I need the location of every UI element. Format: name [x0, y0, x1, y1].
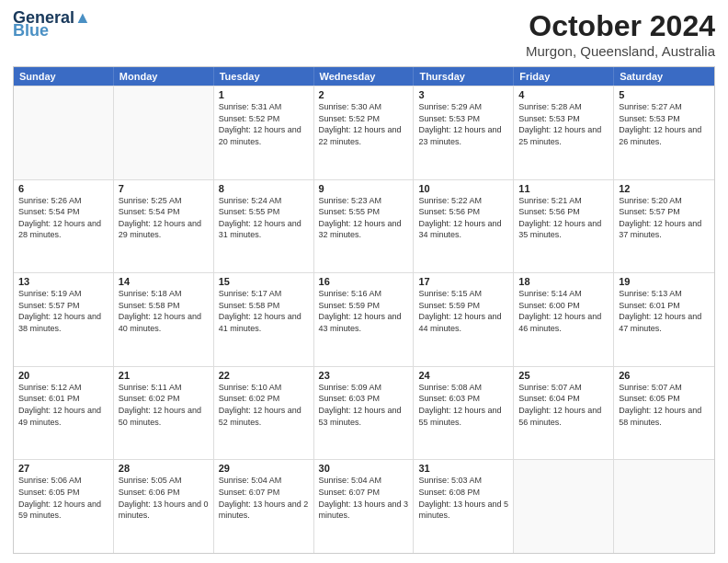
- day-number: 23: [319, 370, 409, 381]
- day-number: 4: [518, 89, 609, 100]
- calendar-header-cell: Saturday: [614, 67, 714, 86]
- calendar-cell: 28Sunrise: 5:05 AM Sunset: 6:06 PM Dayli…: [114, 460, 214, 553]
- calendar-cell: 20Sunrise: 5:12 AM Sunset: 6:01 PM Dayli…: [14, 367, 114, 460]
- title-area: October 2024 Murgon, Queensland, Austral…: [526, 9, 715, 59]
- day-info: Sunrise: 5:10 AM Sunset: 6:02 PM Dayligh…: [219, 382, 309, 428]
- calendar-cell: 2Sunrise: 5:30 AM Sunset: 5:52 PM Daylig…: [314, 86, 415, 179]
- day-info: Sunrise: 5:13 AM Sunset: 6:01 PM Dayligh…: [619, 288, 710, 334]
- day-number: 3: [418, 89, 508, 100]
- day-number: 17: [418, 276, 508, 287]
- calendar-cell: 5Sunrise: 5:27 AM Sunset: 5:53 PM Daylig…: [614, 86, 714, 179]
- day-number: 13: [18, 276, 108, 287]
- calendar-cell: 31Sunrise: 5:03 AM Sunset: 6:08 PM Dayli…: [414, 460, 514, 553]
- calendar-cell: 16Sunrise: 5:16 AM Sunset: 5:59 PM Dayli…: [314, 273, 415, 366]
- main-title: October 2024: [526, 9, 715, 43]
- calendar-cell: [114, 86, 214, 179]
- calendar-row: 13Sunrise: 5:19 AM Sunset: 5:57 PM Dayli…: [14, 272, 714, 366]
- day-info: Sunrise: 5:20 AM Sunset: 5:57 PM Dayligh…: [619, 195, 710, 241]
- calendar-cell: 13Sunrise: 5:19 AM Sunset: 5:57 PM Dayli…: [14, 273, 114, 366]
- day-number: 20: [18, 370, 108, 381]
- day-info: Sunrise: 5:15 AM Sunset: 5:59 PM Dayligh…: [418, 288, 508, 334]
- calendar-header-cell: Monday: [114, 67, 214, 86]
- day-info: Sunrise: 5:16 AM Sunset: 5:59 PM Dayligh…: [319, 288, 409, 334]
- day-info: Sunrise: 5:04 AM Sunset: 6:07 PM Dayligh…: [219, 475, 309, 521]
- calendar-cell: 21Sunrise: 5:11 AM Sunset: 6:02 PM Dayli…: [114, 367, 214, 460]
- calendar-cell: 15Sunrise: 5:17 AM Sunset: 5:58 PM Dayli…: [214, 273, 314, 366]
- day-info: Sunrise: 5:07 AM Sunset: 6:04 PM Dayligh…: [518, 382, 609, 428]
- logo: General▲ Blue: [13, 9, 91, 39]
- page: General▲ Blue October 2024 Murgon, Queen…: [0, 0, 728, 563]
- day-info: Sunrise: 5:12 AM Sunset: 6:01 PM Dayligh…: [18, 382, 108, 428]
- day-number: 11: [518, 183, 609, 194]
- day-number: 28: [119, 463, 209, 474]
- calendar-cell: 1Sunrise: 5:31 AM Sunset: 5:52 PM Daylig…: [214, 86, 314, 179]
- calendar-body: 1Sunrise: 5:31 AM Sunset: 5:52 PM Daylig…: [14, 86, 714, 553]
- day-info: Sunrise: 5:18 AM Sunset: 5:58 PM Dayligh…: [119, 288, 209, 334]
- day-number: 1: [219, 89, 309, 100]
- day-info: Sunrise: 5:26 AM Sunset: 5:54 PM Dayligh…: [18, 195, 108, 241]
- day-info: Sunrise: 5:11 AM Sunset: 6:02 PM Dayligh…: [119, 382, 209, 428]
- day-info: Sunrise: 5:28 AM Sunset: 5:53 PM Dayligh…: [518, 101, 609, 147]
- day-info: Sunrise: 5:14 AM Sunset: 6:00 PM Dayligh…: [518, 288, 609, 334]
- calendar-cell: 23Sunrise: 5:09 AM Sunset: 6:03 PM Dayli…: [314, 367, 415, 460]
- calendar-row: 27Sunrise: 5:06 AM Sunset: 6:05 PM Dayli…: [14, 459, 714, 553]
- day-number: 14: [119, 276, 209, 287]
- calendar: SundayMondayTuesdayWednesdayThursdayFrid…: [13, 66, 715, 554]
- day-number: 2: [319, 89, 409, 100]
- calendar-cell: [514, 460, 614, 553]
- day-number: 22: [219, 370, 309, 381]
- calendar-header-cell: Friday: [514, 67, 614, 86]
- day-number: 6: [18, 183, 108, 194]
- day-number: 18: [518, 276, 609, 287]
- day-info: Sunrise: 5:08 AM Sunset: 6:03 PM Dayligh…: [418, 382, 508, 428]
- day-info: Sunrise: 5:07 AM Sunset: 6:05 PM Dayligh…: [619, 382, 710, 428]
- day-number: 29: [219, 463, 309, 474]
- calendar-header-cell: Tuesday: [214, 67, 314, 86]
- header: General▲ Blue October 2024 Murgon, Queen…: [13, 9, 715, 59]
- day-number: 31: [418, 463, 508, 474]
- day-info: Sunrise: 5:19 AM Sunset: 5:57 PM Dayligh…: [18, 288, 108, 334]
- day-info: Sunrise: 5:09 AM Sunset: 6:03 PM Dayligh…: [319, 382, 409, 428]
- calendar-cell: [614, 460, 714, 553]
- calendar-cell: 27Sunrise: 5:06 AM Sunset: 6:05 PM Dayli…: [14, 460, 114, 553]
- day-number: 19: [619, 276, 710, 287]
- calendar-cell: 18Sunrise: 5:14 AM Sunset: 6:00 PM Dayli…: [514, 273, 614, 366]
- calendar-cell: 4Sunrise: 5:28 AM Sunset: 5:53 PM Daylig…: [514, 86, 614, 179]
- day-number: 21: [119, 370, 209, 381]
- logo-text2: Blue: [13, 22, 49, 39]
- day-info: Sunrise: 5:03 AM Sunset: 6:08 PM Dayligh…: [418, 475, 508, 521]
- calendar-cell: 11Sunrise: 5:21 AM Sunset: 5:56 PM Dayli…: [514, 180, 614, 273]
- day-number: 10: [418, 183, 508, 194]
- day-info: Sunrise: 5:06 AM Sunset: 6:05 PM Dayligh…: [18, 475, 108, 521]
- calendar-cell: 29Sunrise: 5:04 AM Sunset: 6:07 PM Dayli…: [214, 460, 314, 553]
- day-number: 25: [518, 370, 609, 381]
- day-number: 8: [219, 183, 309, 194]
- day-info: Sunrise: 5:22 AM Sunset: 5:56 PM Dayligh…: [418, 195, 508, 241]
- calendar-cell: 22Sunrise: 5:10 AM Sunset: 6:02 PM Dayli…: [214, 367, 314, 460]
- calendar-header-cell: Sunday: [14, 67, 114, 86]
- calendar-cell: [14, 86, 114, 179]
- day-info: Sunrise: 5:05 AM Sunset: 6:06 PM Dayligh…: [119, 475, 209, 521]
- day-info: Sunrise: 5:21 AM Sunset: 5:56 PM Dayligh…: [518, 195, 609, 241]
- calendar-header-cell: Wednesday: [314, 67, 415, 86]
- day-info: Sunrise: 5:04 AM Sunset: 6:07 PM Dayligh…: [319, 475, 409, 521]
- day-info: Sunrise: 5:30 AM Sunset: 5:52 PM Dayligh…: [319, 101, 409, 147]
- day-number: 30: [319, 463, 409, 474]
- calendar-cell: 24Sunrise: 5:08 AM Sunset: 6:03 PM Dayli…: [414, 367, 514, 460]
- calendar-row: 1Sunrise: 5:31 AM Sunset: 5:52 PM Daylig…: [14, 86, 714, 179]
- calendar-header: SundayMondayTuesdayWednesdayThursdayFrid…: [14, 67, 714, 86]
- calendar-cell: 12Sunrise: 5:20 AM Sunset: 5:57 PM Dayli…: [614, 180, 714, 273]
- day-info: Sunrise: 5:25 AM Sunset: 5:54 PM Dayligh…: [119, 195, 209, 241]
- calendar-cell: 7Sunrise: 5:25 AM Sunset: 5:54 PM Daylig…: [114, 180, 214, 273]
- calendar-cell: 30Sunrise: 5:04 AM Sunset: 6:07 PM Dayli…: [314, 460, 415, 553]
- calendar-cell: 17Sunrise: 5:15 AM Sunset: 5:59 PM Dayli…: [414, 273, 514, 366]
- day-number: 15: [219, 276, 309, 287]
- day-info: Sunrise: 5:23 AM Sunset: 5:55 PM Dayligh…: [319, 195, 409, 241]
- calendar-row: 20Sunrise: 5:12 AM Sunset: 6:01 PM Dayli…: [14, 366, 714, 460]
- calendar-cell: 9Sunrise: 5:23 AM Sunset: 5:55 PM Daylig…: [314, 180, 415, 273]
- day-info: Sunrise: 5:24 AM Sunset: 5:55 PM Dayligh…: [219, 195, 309, 241]
- day-number: 9: [319, 183, 409, 194]
- day-info: Sunrise: 5:31 AM Sunset: 5:52 PM Dayligh…: [219, 101, 309, 147]
- day-number: 26: [619, 370, 710, 381]
- calendar-header-cell: Thursday: [414, 67, 514, 86]
